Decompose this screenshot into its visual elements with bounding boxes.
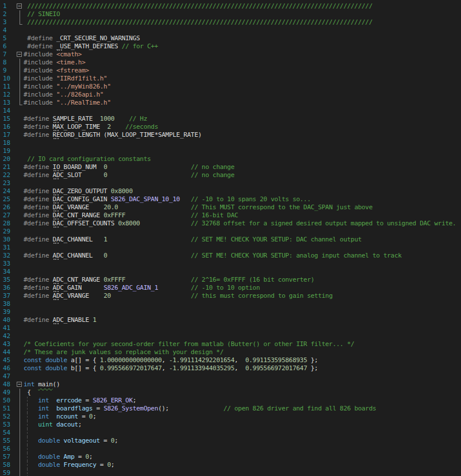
- code-line[interactable]: 19: [0, 147, 461, 155]
- fold-collapse-icon[interactable]: −: [17, 3, 22, 9]
- line-number[interactable]: 14: [0, 107, 17, 115]
- code-line[interactable]: 2 // SINEIO: [0, 10, 461, 18]
- code-line[interactable]: 59: [0, 469, 461, 476]
- code-line[interactable]: 32#define ADC_CHANNEL 0 // SET ME! CHECK…: [0, 252, 461, 260]
- code-line[interactable]: 50 int errcode = S826_ERR_OK;: [0, 397, 461, 405]
- code-line[interactable]: 52 int ncount = 0;: [0, 413, 461, 421]
- code-line[interactable]: 41: [0, 324, 461, 332]
- code-line[interactable]: 11#include "../myWin826.h": [0, 83, 461, 91]
- line-number[interactable]: 38: [0, 300, 17, 308]
- code-line[interactable]: 36#define ADC_GAIN S826_ADC_GAIN_1 // -1…: [0, 284, 461, 292]
- line-number[interactable]: 39: [0, 308, 17, 316]
- line-number[interactable]: 7: [0, 51, 17, 59]
- code-line[interactable]: 7−#include <cmath>: [0, 51, 461, 59]
- code-line[interactable]: 42: [0, 332, 461, 340]
- code-line[interactable]: 53 uint dacout;: [0, 421, 461, 429]
- line-number[interactable]: 17: [0, 131, 17, 139]
- line-number[interactable]: 20: [0, 155, 17, 163]
- line-number[interactable]: 5: [0, 34, 17, 43]
- code-line[interactable]: 56: [0, 445, 461, 453]
- line-number[interactable]: 40: [0, 316, 17, 324]
- line-number[interactable]: 3: [0, 18, 17, 26]
- line-number[interactable]: 11: [0, 83, 17, 91]
- line-number[interactable]: 34: [0, 268, 17, 276]
- line-number[interactable]: 54: [0, 429, 17, 437]
- code-line[interactable]: 10#include "IIRdf1filt.h": [0, 75, 461, 83]
- code-line[interactable]: 14: [0, 107, 461, 115]
- line-number[interactable]: 46: [0, 364, 17, 373]
- code-line[interactable]: 37#define ADC_VRANGE 20 // this must cor…: [0, 292, 461, 300]
- line-number[interactable]: 10: [0, 75, 17, 83]
- code-line[interactable]: 54: [0, 429, 461, 437]
- line-number[interactable]: 25: [0, 195, 17, 204]
- line-number[interactable]: 12: [0, 91, 17, 99]
- line-number[interactable]: 26: [0, 204, 17, 212]
- line-number[interactable]: 44: [0, 348, 17, 356]
- code-line[interactable]: 16#define MAX_LOOP_TIME 2 //seconds: [0, 123, 461, 131]
- line-number[interactable]: 52: [0, 413, 17, 421]
- line-number[interactable]: 36: [0, 284, 17, 292]
- code-line[interactable]: 8#include <time.h>: [0, 59, 461, 67]
- line-number[interactable]: 27: [0, 212, 17, 220]
- fold-collapse-icon[interactable]: −: [17, 52, 22, 57]
- line-number[interactable]: 53: [0, 421, 17, 429]
- code-line[interactable]: 31: [0, 244, 461, 252]
- code-line[interactable]: 47: [0, 373, 461, 381]
- line-number[interactable]: 4: [0, 26, 17, 34]
- code-line[interactable]: 1− /////////////////////////////////////…: [0, 2, 461, 10]
- code-line[interactable]: 17#define RECORD_LENGTH (MAX_LOOP_TIME*S…: [0, 131, 461, 139]
- line-number[interactable]: 33: [0, 260, 17, 268]
- line-number[interactable]: 28: [0, 220, 17, 228]
- code-line[interactable]: 39: [0, 308, 461, 316]
- line-number[interactable]: 9: [0, 67, 17, 75]
- line-number[interactable]: 57: [0, 453, 17, 461]
- code-line[interactable]: 26#define DAC_VRANGE 20.0 // This MUST c…: [0, 204, 461, 212]
- code-line[interactable]: 4: [0, 26, 461, 34]
- code-line[interactable]: 57 double Amp = 0;: [0, 453, 461, 461]
- line-number[interactable]: 59: [0, 469, 17, 476]
- line-number[interactable]: 19: [0, 147, 17, 155]
- code-line[interactable]: 34: [0, 268, 461, 276]
- code-line[interactable]: 46const double b[] = { 0.995566972017647…: [0, 364, 461, 373]
- code-line[interactable]: 29: [0, 228, 461, 236]
- code-line[interactable]: 3 //////////////////////////////////////…: [0, 18, 461, 26]
- code-line[interactable]: 43/* Coeficients for your second-order f…: [0, 340, 461, 348]
- line-number[interactable]: 51: [0, 405, 17, 413]
- line-number[interactable]: 41: [0, 324, 17, 332]
- line-number[interactable]: 21: [0, 163, 17, 171]
- line-number[interactable]: 16: [0, 123, 17, 131]
- code-line[interactable]: 13#include "../RealTime.h": [0, 99, 461, 107]
- code-line[interactable]: 27#define DAC_CNT_RANGE 0xFFFF // 16-bit…: [0, 212, 461, 220]
- line-number[interactable]: 37: [0, 292, 17, 300]
- code-line[interactable]: 23: [0, 179, 461, 187]
- line-number[interactable]: 15: [0, 115, 17, 123]
- code-line[interactable]: 33: [0, 260, 461, 268]
- code-line[interactable]: 38: [0, 300, 461, 308]
- code-line[interactable]: 51 int boardflags = S826_SystemOpen(); /…: [0, 405, 461, 413]
- code-line[interactable]: 40#define ADC_ENABLE 1: [0, 316, 461, 324]
- code-line[interactable]: 9#include <fstream>: [0, 67, 461, 75]
- code-line[interactable]: 5 #define _CRT_SECURE_NO_WARNINGS: [0, 34, 461, 43]
- line-number[interactable]: 55: [0, 437, 17, 445]
- line-number[interactable]: 24: [0, 187, 17, 195]
- line-number[interactable]: 13: [0, 99, 17, 107]
- code-line[interactable]: 25#define DAC_CONFIG_GAIN S826_DAC_SPAN_…: [0, 195, 461, 204]
- code-line[interactable]: 28#define DAC_OFFSET_COUNTS 0x8000 // 32…: [0, 220, 461, 228]
- code-line[interactable]: 48−int main(): [0, 381, 461, 389]
- code-line[interactable]: 44/* These are junk values so replace wi…: [0, 348, 461, 356]
- line-number[interactable]: 45: [0, 356, 17, 364]
- line-number[interactable]: 6: [0, 43, 17, 51]
- line-number[interactable]: 31: [0, 244, 17, 252]
- line-number[interactable]: 43: [0, 340, 17, 348]
- code-line[interactable]: 24#define DAC_ZERO_OUTPUT 0x8000: [0, 187, 461, 195]
- code-line[interactable]: 6 #define _USE_MATH_DEFINES // for C++: [0, 43, 461, 51]
- code-line[interactable]: 18: [0, 139, 461, 147]
- code-line[interactable]: 15#define SAMPLE_RATE 1000 // Hz: [0, 115, 461, 123]
- line-number[interactable]: 32: [0, 252, 17, 260]
- line-number[interactable]: 2: [0, 10, 17, 18]
- line-number[interactable]: 30: [0, 236, 17, 244]
- code-line[interactable]: 49 {: [0, 389, 461, 397]
- line-number[interactable]: 22: [0, 171, 17, 179]
- line-number[interactable]: 58: [0, 461, 17, 469]
- code-line[interactable]: 30#define DAC_CHANNEL 1 // SET ME! CHECK…: [0, 236, 461, 244]
